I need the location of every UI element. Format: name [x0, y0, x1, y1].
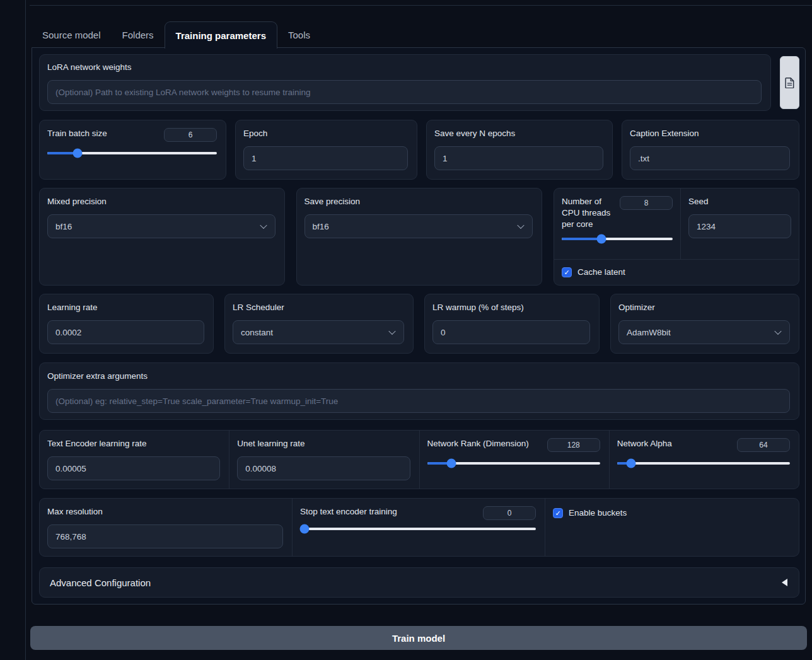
cpu-threads-header: Number of CPU threads per core 8 [562, 196, 673, 230]
lora-network-weights-label: LoRA network weights [47, 62, 762, 73]
enable-buckets-checkbox-row[interactable]: ✓ Enable buckets [553, 507, 790, 519]
tab-folders[interactable]: Folders [112, 21, 165, 48]
seed-input[interactable] [688, 214, 791, 238]
enable-buckets-label: Enable buckets [569, 507, 627, 519]
mixed-precision-block: Mixed precision bf16 [39, 188, 285, 286]
cpu-seed-row: Number of CPU threads per core 8 Seed [554, 188, 799, 259]
network-alpha-cell: Network Alpha 64 [609, 431, 799, 489]
tab-bar: Source model Folders Training parameters… [32, 21, 321, 48]
network-alpha-header: Network Alpha 64 [617, 438, 790, 452]
tab-tools[interactable]: Tools [277, 21, 321, 48]
save-precision-block: Save precision bf16 [296, 188, 542, 286]
cpu-seed-cache-block: Number of CPU threads per core 8 Seed [554, 188, 799, 286]
accordion-collapsed-arrow-icon [782, 579, 787, 586]
slider-handle[interactable] [300, 524, 310, 534]
save-precision-label: Save precision [304, 196, 533, 207]
learning-rate-block: Learning rate [39, 294, 214, 354]
cache-latent-row: ✓ Cache latent [554, 259, 799, 285]
lr-warmup-block: LR warmup (% of steps) [424, 294, 600, 354]
lora-network-weights-input[interactable] [47, 80, 762, 104]
network-rank-slider[interactable] [427, 458, 600, 468]
train-batch-size-value[interactable]: 6 [164, 128, 217, 142]
mixed-precision-label: Mixed precision [47, 196, 276, 207]
text-encoder-lr-label: Text Encoder learning rate [47, 438, 220, 449]
save-precision-dropdown[interactable]: bf16 [304, 214, 533, 238]
save-every-n-epochs-label: Save every N epochs [434, 128, 603, 139]
network-alpha-slider[interactable] [617, 458, 790, 468]
train-batch-size-slider[interactable] [47, 148, 217, 158]
advanced-configuration-label: Advanced Configuration [50, 577, 151, 588]
epoch-input[interactable] [243, 146, 408, 170]
text-encoder-lr-input[interactable] [47, 456, 220, 480]
network-rank-label: Network Rank (Dimension) [427, 438, 529, 449]
tab-source-model[interactable]: Source model [32, 21, 112, 48]
row-learning-rate: Learning rate LR Scheduler constant LR w… [39, 294, 799, 354]
learning-rate-input[interactable] [47, 320, 204, 344]
train-model-button[interactable]: Train model [30, 626, 807, 650]
check-icon: ✓ [564, 269, 569, 276]
caption-extension-label: Caption Extension [630, 128, 790, 139]
advanced-configuration-accordion[interactable]: Advanced Configuration [39, 567, 799, 598]
optimizer-extra-args-label: Optimizer extra arguments [47, 371, 790, 382]
file-document-icon [785, 78, 794, 88]
caption-extension-block: Caption Extension [622, 120, 799, 180]
network-rank-header: Network Rank (Dimension) 128 [427, 438, 600, 452]
lora-network-weights-block: LoRA network weights [39, 54, 771, 111]
stop-text-encoder-header: Stop text encoder training 0 [300, 506, 536, 520]
max-resolution-cell: Max resolution [40, 499, 292, 556]
mixed-precision-dropdown[interactable]: bf16 [47, 214, 276, 238]
cache-latent-checkbox[interactable]: ✓ [562, 267, 572, 277]
slider-track[interactable] [617, 462, 790, 465]
slider-handle[interactable] [73, 149, 83, 158]
chevron-down-icon [774, 328, 781, 335]
lr-scheduler-dropdown[interactable]: constant [233, 320, 404, 344]
chevron-down-icon [260, 222, 267, 229]
lr-warmup-input[interactable] [432, 320, 590, 344]
optimizer-value: AdamW8bit [627, 328, 671, 337]
enable-buckets-checkbox[interactable]: ✓ [553, 508, 563, 518]
cpu-threads-label: Number of CPU threads per core [562, 196, 620, 230]
chevron-down-icon [388, 328, 395, 335]
lr-scheduler-block: LR Scheduler constant [224, 294, 414, 354]
network-alpha-value[interactable]: 64 [737, 438, 790, 452]
max-resolution-input[interactable] [47, 524, 283, 548]
caption-extension-input[interactable] [630, 146, 790, 170]
network-rank-value[interactable]: 128 [547, 438, 600, 452]
stop-text-encoder-label: Stop text encoder training [300, 506, 397, 518]
cpu-threads-value[interactable]: 8 [620, 196, 673, 210]
tab-training-parameters[interactable]: Training parameters [165, 21, 277, 49]
training-parameters-panel: LoRA network weights Train batch size 6 … [32, 47, 806, 605]
slider-handle[interactable] [626, 459, 635, 468]
container-left-border [25, 0, 26, 660]
learning-rate-label: Learning rate [47, 302, 204, 313]
slider-track[interactable] [300, 528, 536, 530]
lr-scheduler-label: LR Scheduler [233, 302, 404, 313]
cache-latent-label: Cache latent [577, 267, 625, 278]
chevron-down-icon [517, 222, 524, 229]
open-file-button[interactable] [780, 56, 799, 109]
stop-text-encoder-value[interactable]: 0 [483, 506, 536, 520]
slider-handle[interactable] [446, 459, 456, 468]
mixed-precision-value: bf16 [55, 222, 72, 231]
row-network: Text Encoder learning rate Unet learning… [39, 430, 799, 489]
save-every-n-epochs-input[interactable] [434, 146, 603, 170]
save-precision-value: bf16 [313, 222, 329, 231]
optimizer-label: Optimizer [618, 302, 790, 313]
stop-text-encoder-slider[interactable] [300, 524, 536, 534]
network-alpha-label: Network Alpha [617, 438, 672, 449]
seed-label: Seed [688, 196, 791, 207]
row-resolution: Max resolution Stop text encoder trainin… [39, 498, 799, 557]
slider-handle[interactable] [597, 234, 606, 244]
cache-latent-checkbox-row[interactable]: ✓ Cache latent [562, 267, 625, 278]
cpu-threads-slider[interactable] [562, 234, 673, 244]
optimizer-extra-args-input[interactable] [47, 389, 790, 413]
slider-fill [562, 238, 601, 240]
unet-lr-input[interactable] [237, 456, 410, 480]
epoch-block: Epoch [235, 120, 417, 180]
cpu-threads-cell: Number of CPU threads per core 8 [554, 188, 681, 259]
optimizer-dropdown[interactable]: AdamW8bit [618, 320, 790, 344]
check-icon: ✓ [555, 510, 560, 517]
max-resolution-label: Max resolution [47, 506, 283, 518]
train-batch-size-label: Train batch size [47, 128, 107, 139]
epoch-label: Epoch [243, 128, 408, 139]
